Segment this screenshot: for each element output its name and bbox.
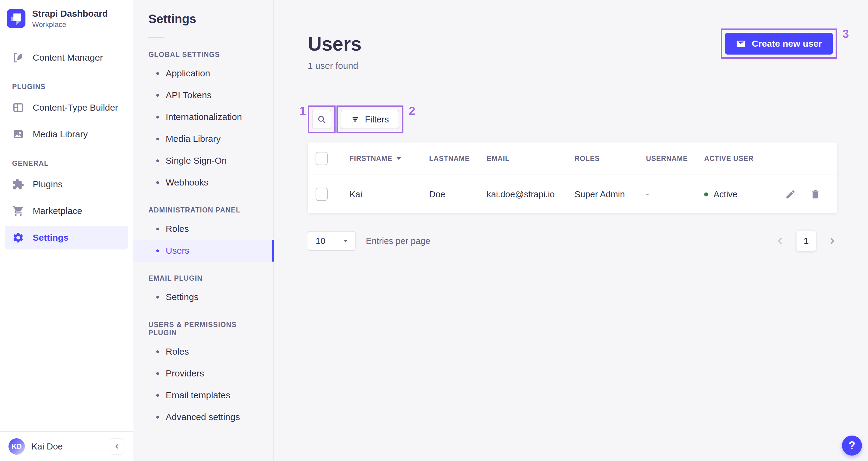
select-all-checkbox[interactable]: [316, 152, 328, 165]
previous-page-button[interactable]: [775, 236, 785, 246]
sidebar-item-settings[interactable]: Settings: [5, 226, 128, 250]
page-title: Users: [308, 33, 362, 55]
envelope-icon: [736, 39, 746, 49]
sidebar-item-label: Content Manager: [33, 52, 103, 63]
settings-nav-item-users[interactable]: Users: [133, 240, 274, 262]
settings-nav-item-advanced-settings[interactable]: Advanced settings: [133, 406, 274, 428]
page-size-select[interactable]: 10: [308, 231, 355, 251]
title-block: Users 1 user found: [308, 28, 362, 71]
sidebar-item-marketplace[interactable]: Marketplace: [5, 199, 128, 223]
workspace-brand[interactable]: Strapi Dashboard Workplace: [0, 0, 133, 37]
row-checkbox[interactable]: [316, 188, 328, 201]
sidebar-item-content-manager[interactable]: Content Manager: [5, 46, 128, 69]
settings-nav-item-webhooks[interactable]: Webhooks: [133, 172, 274, 193]
settings-nav-item-application[interactable]: Application: [133, 62, 274, 84]
chevron-left-icon: [114, 443, 120, 450]
column-header-lastname[interactable]: LASTNAME: [429, 154, 487, 163]
cell-email: kai.doe@strapi.io: [487, 190, 575, 199]
status-label: Active: [714, 190, 738, 199]
settings-nav-item-email-templates[interactable]: Email templates: [133, 384, 274, 406]
section-label: GLOBAL SETTINGS: [133, 51, 274, 59]
global-settings-section: GLOBAL SETTINGS Application API Tokens I…: [133, 51, 274, 193]
settings-sub-sidebar: Settings GLOBAL SETTINGS Application API…: [133, 0, 274, 461]
annotation-number-2: 2: [409, 105, 415, 117]
settings-nav-item-roles-up[interactable]: Roles: [133, 341, 274, 363]
table-row[interactable]: Kai Doe kai.doe@strapi.io Super Admin - …: [308, 175, 837, 213]
user-count: 1 user found: [308, 61, 362, 71]
column-header-roles[interactable]: ROLES: [575, 154, 646, 163]
settings-nav-label: Application: [166, 68, 210, 79]
content-manager-icon: [12, 52, 24, 64]
pagination-bar: 10 Entries per page 1: [308, 231, 837, 251]
sidebar-item-content-type-builder[interactable]: Content-Type Builder: [5, 96, 128, 119]
main-content: Users 1 user found Create new user 3: [274, 0, 868, 461]
bullet-icon: [156, 250, 159, 252]
collapse-sidebar-button[interactable]: [110, 438, 124, 455]
delete-user-button[interactable]: [810, 189, 821, 200]
bullet-icon: [156, 296, 159, 298]
content-type-builder-icon: [12, 102, 24, 114]
column-header-firstname[interactable]: FIRSTNAME: [349, 154, 429, 163]
settings-nav-label: Single Sign-On: [166, 155, 227, 166]
puzzle-icon: [12, 178, 24, 190]
annotation-number-1: 1: [300, 105, 306, 117]
avatar[interactable]: KD: [8, 438, 25, 455]
workspace-subtitle: Workplace: [32, 20, 108, 29]
column-header-email[interactable]: EMAIL: [487, 154, 575, 163]
settings-nav-label: Internationalization: [166, 112, 242, 122]
settings-nav-item-single-sign-on[interactable]: Single Sign-On: [133, 150, 274, 172]
column-header-username[interactable]: USERNAME: [646, 154, 704, 163]
search-icon: [317, 115, 327, 124]
sidebar-item-media-library[interactable]: Media Library: [5, 122, 128, 146]
chevron-down-icon: [343, 240, 348, 242]
bullet-icon: [156, 72, 159, 75]
settings-nav-label: Users: [166, 246, 189, 256]
sidebar-item-label: Marketplace: [33, 206, 82, 216]
bullet-icon: [156, 394, 159, 397]
pager: 1: [775, 231, 837, 251]
workspace-title: Strapi Dashboard: [32, 8, 108, 19]
next-page-button[interactable]: [828, 236, 837, 246]
filters-button[interactable]: Filters: [341, 110, 399, 129]
sidebar-nav: Content Manager PLUGINS Content-Type Bui…: [0, 37, 133, 432]
settings-nav-title: Settings: [133, 12, 274, 26]
administration-panel-section: ADMINISTRATION PANEL Roles Users: [133, 206, 274, 262]
sidebar-item-plugins[interactable]: Plugins: [5, 172, 128, 196]
bullet-icon: [156, 228, 159, 230]
page-header: Users 1 user found Create new user 3: [308, 28, 837, 71]
table-actions-row: 1 Filters 2: [308, 106, 837, 133]
sidebar-item-label: Plugins: [33, 179, 62, 190]
settings-nav-label: Media Library: [166, 134, 221, 144]
settings-nav-label: Settings: [166, 292, 198, 302]
bullet-icon: [156, 372, 159, 375]
settings-nav-item-roles-admin[interactable]: Roles: [133, 218, 274, 240]
bullet-icon: [156, 116, 159, 118]
settings-nav-item-media-library[interactable]: Media Library: [133, 128, 274, 150]
annotation-box-1: 1: [308, 106, 336, 133]
settings-nav-item-api-tokens[interactable]: API Tokens: [133, 84, 274, 106]
settings-nav-item-email-settings[interactable]: Settings: [133, 286, 274, 308]
edit-user-button[interactable]: [785, 189, 796, 200]
cell-username: -: [646, 190, 704, 199]
settings-nav-label: Roles: [166, 224, 189, 234]
users-table: FIRSTNAME LASTNAME EMAIL ROLES USERNAME …: [308, 142, 837, 213]
create-new-user-button[interactable]: Create new user: [725, 33, 833, 55]
general-group: Plugins Marketplace Settings: [5, 172, 128, 250]
chevron-left-icon: [775, 236, 785, 246]
page-number-1[interactable]: 1: [797, 231, 816, 251]
search-button[interactable]: [312, 110, 331, 129]
sidebar-item-label: Settings: [33, 232, 68, 243]
settings-nav-item-providers[interactable]: Providers: [133, 363, 274, 384]
section-label: ADMINISTRATION PANEL: [133, 206, 274, 214]
bullet-icon: [156, 138, 159, 140]
create-button-label: Create new user: [752, 38, 822, 49]
help-button[interactable]: ?: [842, 436, 862, 456]
settings-nav-label: Roles: [166, 346, 189, 357]
strapi-logo-icon: [7, 9, 26, 28]
cell-active-status: Active: [704, 190, 775, 199]
settings-nav-item-internationalization[interactable]: Internationalization: [133, 106, 274, 128]
sidebar-section-general: GENERAL: [5, 160, 128, 168]
chevron-right-icon: [828, 236, 837, 246]
column-header-active-user[interactable]: ACTIVE USER: [704, 154, 775, 163]
filters-button-label: Filters: [365, 115, 389, 124]
